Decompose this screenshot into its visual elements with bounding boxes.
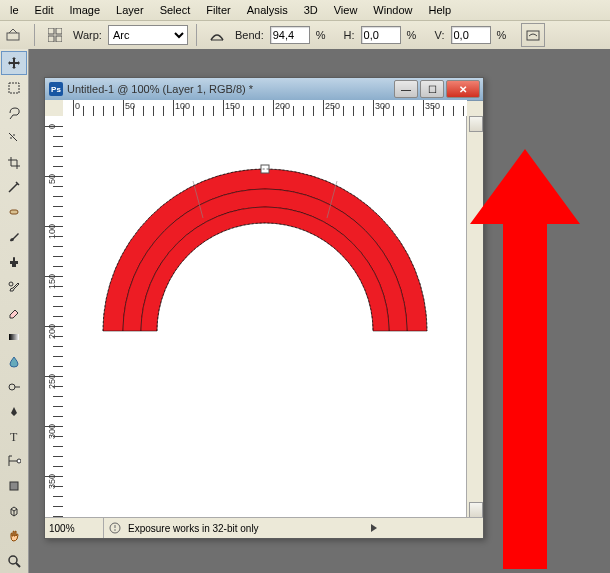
v-label: V: bbox=[435, 29, 445, 41]
tool-preset-picker[interactable] bbox=[2, 23, 26, 47]
crop-tool[interactable] bbox=[1, 151, 27, 175]
menu-select[interactable]: Select bbox=[152, 1, 199, 19]
menu-analysis[interactable]: Analysis bbox=[239, 1, 296, 19]
grid-icon[interactable] bbox=[43, 23, 67, 47]
heal-tool[interactable] bbox=[1, 200, 27, 224]
svg-point-16 bbox=[9, 556, 17, 564]
toolbox: T bbox=[0, 49, 29, 573]
commit-warp-icon[interactable] bbox=[521, 23, 545, 47]
shape-tool[interactable] bbox=[1, 474, 27, 498]
pct-label-2: % bbox=[407, 29, 417, 41]
menu-filter[interactable]: Filter bbox=[198, 1, 238, 19]
svg-text:T: T bbox=[10, 430, 18, 444]
workspace: T Ps Untitled-1 @ 100% (Layer 1, RGB/8) … bbox=[0, 49, 610, 573]
warp-label: Warp: bbox=[73, 29, 102, 41]
path-tool[interactable] bbox=[1, 450, 27, 474]
svg-rect-15 bbox=[10, 482, 18, 490]
canvas[interactable] bbox=[63, 116, 467, 518]
lasso-tool[interactable] bbox=[1, 101, 27, 125]
history-brush-tool[interactable] bbox=[1, 275, 27, 299]
svg-rect-7 bbox=[9, 83, 19, 93]
warp-select[interactable]: Arc bbox=[108, 25, 188, 45]
svg-line-17 bbox=[16, 563, 20, 567]
eyedropper-tool[interactable] bbox=[1, 176, 27, 200]
move-tool[interactable] bbox=[1, 51, 27, 75]
close-button[interactable]: ✕ bbox=[446, 80, 480, 98]
gradient-tool[interactable] bbox=[1, 325, 27, 349]
status-play-icon[interactable] bbox=[371, 524, 377, 532]
svg-point-11 bbox=[9, 384, 15, 390]
menu-le[interactable]: le bbox=[2, 1, 27, 19]
3d-tool[interactable] bbox=[1, 499, 27, 523]
svg-rect-1 bbox=[48, 28, 54, 34]
minimize-button[interactable]: — bbox=[394, 80, 418, 98]
doc-title: Untitled-1 @ 100% (Layer 1, RGB/8) * bbox=[67, 83, 390, 95]
pct-label-3: % bbox=[497, 29, 507, 41]
svg-rect-0 bbox=[7, 33, 19, 40]
blur-tool[interactable] bbox=[1, 350, 27, 374]
menu-window[interactable]: Window bbox=[365, 1, 420, 19]
zoom-tool[interactable] bbox=[1, 549, 27, 573]
brush-tool[interactable] bbox=[1, 225, 27, 249]
v-input[interactable] bbox=[451, 26, 491, 44]
h-label: H: bbox=[344, 29, 355, 41]
dodge-tool[interactable] bbox=[1, 375, 27, 399]
status-message: Exposure works in 32-bit only bbox=[122, 523, 365, 534]
menu-edit[interactable]: Edit bbox=[27, 1, 62, 19]
doc-info-icon[interactable] bbox=[108, 521, 122, 535]
svg-point-22 bbox=[114, 529, 116, 531]
menu-image[interactable]: Image bbox=[62, 1, 109, 19]
pen-tool[interactable] bbox=[1, 400, 27, 424]
eraser-tool[interactable] bbox=[1, 300, 27, 324]
bend-label: Bend: bbox=[235, 29, 264, 41]
ruler-corner bbox=[45, 100, 64, 117]
menu-3d[interactable]: 3D bbox=[296, 1, 326, 19]
svg-point-14 bbox=[17, 459, 21, 463]
svg-rect-3 bbox=[48, 36, 54, 42]
canvas-content bbox=[63, 116, 467, 518]
svg-point-9 bbox=[9, 282, 13, 286]
menu-layer[interactable]: Layer bbox=[108, 1, 152, 19]
svg-rect-10 bbox=[9, 334, 19, 340]
menu-bar: leEditImageLayerSelectFilterAnalysis3DVi… bbox=[0, 0, 610, 21]
zoom-level[interactable]: 100% bbox=[45, 518, 104, 538]
document-window: Ps Untitled-1 @ 100% (Layer 1, RGB/8) * … bbox=[44, 77, 484, 539]
pct-label-1: % bbox=[316, 29, 326, 41]
bend-input[interactable] bbox=[270, 26, 310, 44]
ps-icon: Ps bbox=[49, 82, 63, 96]
stamp-tool[interactable] bbox=[1, 250, 27, 274]
h-input[interactable] bbox=[361, 26, 401, 44]
menu-view[interactable]: View bbox=[326, 1, 366, 19]
marquee-tool[interactable] bbox=[1, 76, 27, 100]
svg-rect-2 bbox=[56, 28, 62, 34]
scrollbar-vertical[interactable] bbox=[466, 116, 483, 518]
ruler-vertical[interactable]: 050100150200250300350400 bbox=[45, 116, 64, 518]
wand-tool[interactable] bbox=[1, 126, 27, 150]
ruler-horizontal[interactable]: 050100150200250300350 bbox=[63, 100, 467, 117]
svg-rect-8 bbox=[10, 210, 18, 214]
orientation-toggle[interactable] bbox=[205, 23, 229, 47]
status-bar: 100% Exposure works in 32-bit only bbox=[45, 517, 483, 538]
maximize-button[interactable]: ☐ bbox=[420, 80, 444, 98]
type-tool[interactable]: T bbox=[1, 425, 27, 449]
menu-help[interactable]: Help bbox=[420, 1, 459, 19]
titlebar[interactable]: Ps Untitled-1 @ 100% (Layer 1, RGB/8) * … bbox=[45, 78, 483, 101]
svg-rect-4 bbox=[56, 36, 62, 42]
hand-tool[interactable] bbox=[1, 524, 27, 548]
options-bar: Warp: Arc Bend: % H: % V: % bbox=[0, 21, 610, 50]
